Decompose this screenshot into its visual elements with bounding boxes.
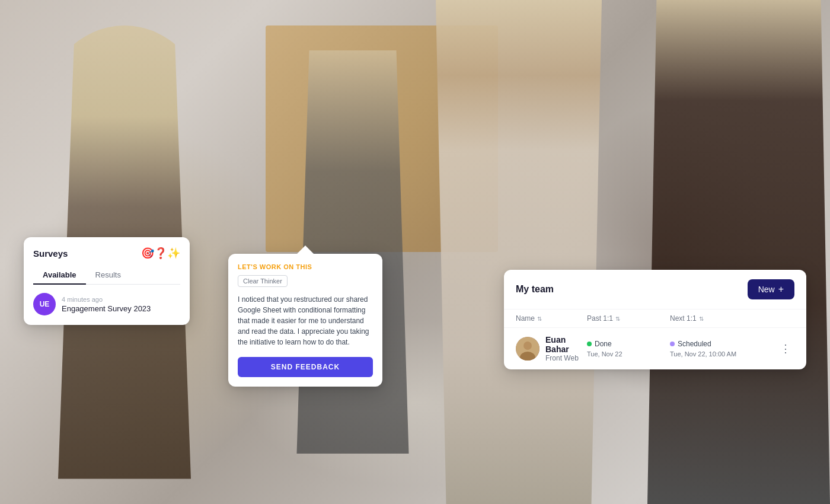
col-header-actions [777,314,794,323]
new-button[interactable]: New + [748,279,794,299]
past-status-label: Done [595,340,612,348]
survey-info: 4 minutes ago Engagement Survey 2023 [62,296,180,313]
surveys-card-header: Surveys 🎯❓✨ [33,247,180,260]
person-silhouette-center [415,0,622,504]
feedback-body-text: I noticed that you restructured our shar… [238,294,373,347]
lets-work-label: LET'S WORK ON THIS [238,263,373,270]
survey-name: Engagement Survey 2023 [62,304,180,313]
tab-results[interactable]: Results [86,267,130,284]
past-status-badge: Done [587,340,670,348]
avatar: UE [33,293,56,315]
next-status-datetime: Tue, Nov 22, 10:00 AM [670,350,777,358]
member-name: Euan Bahar [545,335,587,354]
more-options-button[interactable]: ⋮ [777,342,794,355]
new-button-plus-icon: + [778,284,784,295]
sort-icon-next: ⇅ [699,315,704,322]
survey-time-ago: 4 minutes ago [62,296,180,303]
member-details: Euan Bahar Front Web [545,335,587,362]
avatar-svg [516,337,540,361]
clear-thinker-badge: Clear Thinker [238,275,288,287]
table-row: Euan Bahar Front Web Done Tue, Nov 22 Sc… [504,328,806,369]
next-status-label: Scheduled [678,340,711,348]
col-header-past-11: Past 1:1 ⇅ [587,314,670,323]
table-header: Name ⇅ Past 1:1 ⇅ Next 1:1 ⇅ [504,310,806,328]
surveys-card-title: Surveys [33,248,68,259]
my-team-card: My team New + Name ⇅ Past 1:1 ⇅ Next 1:1… [504,270,806,369]
next-status-badge: Scheduled [670,340,777,348]
next-11-cell: Scheduled Tue, Nov 22, 10:00 AM [670,340,777,358]
survey-item[interactable]: UE 4 minutes ago Engagement Survey 2023 [33,293,180,315]
surveys-card: Surveys 🎯❓✨ Available Results UE 4 minut… [24,237,190,325]
my-team-title: My team [516,284,554,295]
col-header-next-11: Next 1:1 ⇅ [670,314,777,323]
my-team-card-header: My team New + [504,270,806,310]
new-button-label: New [758,285,775,294]
surveys-tabs: Available Results [33,267,180,285]
tab-available[interactable]: Available [33,267,86,284]
feedback-card: LET'S WORK ON THIS Clear Thinker I notic… [228,254,382,387]
sort-icon-name: ⇅ [537,315,542,322]
done-dot [587,342,592,346]
person-silhouette-right [647,0,830,504]
member-info: Euan Bahar Front Web [516,335,587,362]
past-status-date: Tue, Nov 22 [587,350,670,358]
past-11-cell: Done Tue, Nov 22 [587,340,670,358]
send-feedback-button[interactable]: SEND FEEDBACK [238,357,373,377]
member-role: Front Web [545,354,587,362]
surveys-icon: 🎯❓✨ [141,247,180,260]
sort-icon-past: ⇅ [615,315,620,322]
scheduled-dot [670,342,675,346]
avatar [516,337,540,361]
svg-point-1 [523,342,532,350]
col-header-name: Name ⇅ [516,314,587,323]
